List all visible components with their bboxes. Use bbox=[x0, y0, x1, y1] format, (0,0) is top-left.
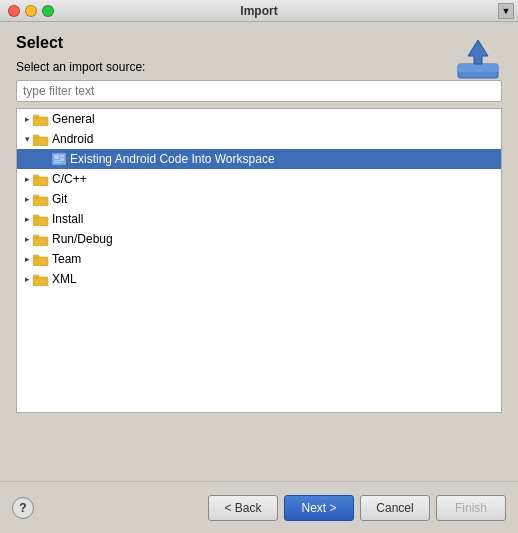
tree-item-team[interactable]: Team bbox=[17, 249, 501, 269]
svg-rect-11 bbox=[54, 160, 64, 161]
window-title: Import bbox=[240, 4, 277, 18]
import-icon-container bbox=[454, 34, 502, 85]
next-button[interactable]: Next > bbox=[284, 495, 354, 521]
arrow-install bbox=[21, 213, 33, 225]
tree-item-general[interactable]: General bbox=[17, 109, 501, 129]
svg-rect-3 bbox=[33, 117, 48, 126]
tree-item-cpp[interactable]: C/C++ bbox=[17, 169, 501, 189]
filter-input[interactable] bbox=[16, 80, 502, 102]
arrow-general bbox=[21, 113, 33, 125]
tree-label-install: Install bbox=[52, 212, 83, 226]
window-controls[interactable] bbox=[8, 5, 54, 17]
nav-buttons: < Back Next > Cancel Finish bbox=[208, 495, 506, 521]
minimize-button[interactable] bbox=[25, 5, 37, 17]
dialog-body: Select Select an import source: bbox=[0, 22, 518, 481]
folder-icon-xml bbox=[33, 272, 49, 286]
arrow-existing bbox=[39, 153, 51, 165]
svg-rect-15 bbox=[33, 197, 48, 206]
svg-rect-23 bbox=[33, 277, 48, 286]
svg-rect-16 bbox=[33, 195, 39, 198]
tree-container[interactable]: General Android bbox=[16, 108, 502, 413]
svg-rect-17 bbox=[33, 217, 48, 226]
svg-rect-24 bbox=[33, 275, 39, 278]
tree-item-install[interactable]: Install bbox=[17, 209, 501, 229]
tree-item-xml[interactable]: XML bbox=[17, 269, 501, 289]
folder-icon-install bbox=[33, 212, 49, 226]
button-bar: ? < Back Next > Cancel Finish bbox=[0, 481, 518, 533]
svg-rect-19 bbox=[33, 237, 48, 246]
help-button[interactable]: ? bbox=[12, 497, 34, 519]
tree-label-xml: XML bbox=[52, 272, 77, 286]
import-icon bbox=[454, 34, 502, 82]
tree-label-rundebug: Run/Debug bbox=[52, 232, 113, 246]
tree-label-team: Team bbox=[52, 252, 81, 266]
svg-rect-12 bbox=[54, 162, 61, 163]
folder-icon-cpp bbox=[33, 172, 49, 186]
svg-rect-20 bbox=[33, 235, 39, 238]
cancel-button[interactable]: Cancel bbox=[360, 495, 430, 521]
arrow-git bbox=[21, 193, 33, 205]
close-button[interactable] bbox=[8, 5, 20, 17]
svg-marker-2 bbox=[468, 40, 488, 64]
tree-label-existing: Existing Android Code Into Workspace bbox=[70, 152, 275, 166]
folder-icon-team bbox=[33, 252, 49, 266]
collapse-button[interactable]: ▼ bbox=[498, 3, 514, 19]
svg-rect-18 bbox=[33, 215, 39, 218]
maximize-button[interactable] bbox=[42, 5, 54, 17]
back-button[interactable]: < Back bbox=[208, 495, 278, 521]
finish-button[interactable]: Finish bbox=[436, 495, 506, 521]
arrow-xml bbox=[21, 273, 33, 285]
svg-rect-14 bbox=[33, 175, 39, 178]
title-bar: Import ▼ bbox=[0, 0, 518, 22]
tree-item-android-existing[interactable]: Existing Android Code Into Workspace bbox=[17, 149, 501, 169]
tree-item-git[interactable]: Git bbox=[17, 189, 501, 209]
android-code-icon bbox=[51, 152, 67, 166]
svg-rect-1 bbox=[458, 64, 498, 72]
folder-icon-rundebug bbox=[33, 232, 49, 246]
page-title: Select bbox=[16, 34, 502, 52]
tree-label-git: Git bbox=[52, 192, 67, 206]
arrow-team bbox=[21, 253, 33, 265]
header-area: Select bbox=[16, 34, 502, 52]
svg-rect-13 bbox=[33, 177, 48, 186]
section-label: Select an import source: bbox=[16, 60, 502, 74]
tree-label-cpp: C/C++ bbox=[52, 172, 87, 186]
svg-rect-21 bbox=[33, 257, 48, 266]
tree-item-rundebug[interactable]: Run/Debug bbox=[17, 229, 501, 249]
svg-rect-8 bbox=[54, 155, 59, 159]
svg-rect-4 bbox=[33, 115, 39, 118]
tree-label-general: General bbox=[52, 112, 95, 126]
svg-rect-22 bbox=[33, 255, 39, 258]
svg-rect-6 bbox=[33, 135, 39, 138]
arrow-rundebug bbox=[21, 233, 33, 245]
tree-label-android: Android bbox=[52, 132, 93, 146]
folder-icon-general bbox=[33, 112, 49, 126]
folder-icon-git bbox=[33, 192, 49, 206]
arrow-android bbox=[21, 133, 33, 145]
svg-rect-5 bbox=[33, 137, 48, 146]
arrow-cpp bbox=[21, 173, 33, 185]
folder-icon-android bbox=[33, 132, 49, 146]
svg-rect-9 bbox=[60, 155, 64, 157]
svg-rect-10 bbox=[60, 158, 64, 160]
tree-item-android[interactable]: Android bbox=[17, 129, 501, 149]
